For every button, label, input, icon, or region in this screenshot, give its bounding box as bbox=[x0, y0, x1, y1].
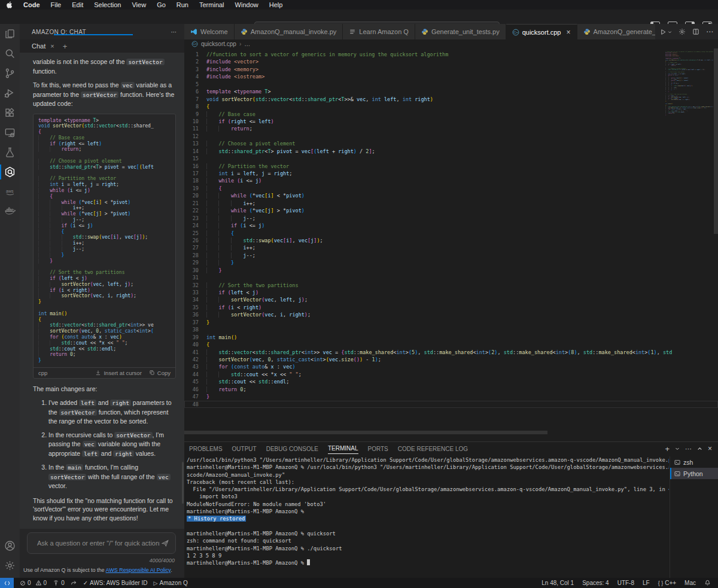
panel-tab-code-reference-log[interactable]: CODE REFERENCE LOG bbox=[398, 444, 468, 454]
activitybar-docker[interactable] bbox=[0, 202, 20, 221]
code-editor[interactable]: 1//function to sort a vector of generics… bbox=[184, 48, 718, 435]
editor-line: 29 } bbox=[184, 259, 718, 266]
editor-line: 39int main() bbox=[184, 334, 718, 341]
terminal-line: 1 2 3 5 8 9 bbox=[187, 552, 669, 559]
chat-tab[interactable]: Chat bbox=[32, 42, 45, 50]
aws-builder-id-status[interactable]: ✓AWS: AWS Builder ID bbox=[83, 580, 148, 586]
editor-tab-generate-unit-tests-py[interactable]: Generate_unit_tests.py bbox=[415, 24, 506, 39]
chat-input-field[interactable] bbox=[36, 539, 161, 547]
ports-status[interactable]: 0 bbox=[53, 580, 65, 586]
activitybar-source-control[interactable] bbox=[0, 63, 20, 83]
editor-line: 40{ bbox=[184, 341, 718, 348]
responsible-ai-policy-link[interactable]: AWS Responsible AI Policy bbox=[106, 567, 171, 573]
editor-line: 31 bbox=[184, 274, 718, 281]
maximize-panel-icon[interactable] bbox=[697, 446, 702, 452]
insert-at-cursor-button[interactable]: Insert at cursor bbox=[95, 370, 141, 376]
editor-line: 6template <typename T> bbox=[184, 88, 718, 95]
indentation-status[interactable]: Spaces: 4 bbox=[582, 580, 609, 586]
send-icon[interactable] bbox=[161, 539, 169, 547]
chat-tab-close-icon[interactable]: × bbox=[50, 42, 54, 50]
os-status[interactable]: Mac bbox=[684, 580, 696, 586]
menu-run[interactable]: Run bbox=[177, 1, 188, 8]
terminal-output[interactable]: /usr/local/bin/python3 "/Users/martinhel… bbox=[187, 456, 669, 578]
menu-selection[interactable]: Selection bbox=[94, 1, 121, 8]
menu-go[interactable]: Go bbox=[157, 1, 166, 8]
editor-horizontal-scrollbar[interactable] bbox=[184, 431, 547, 434]
editor-line: 24 if (i <= j) bbox=[184, 222, 718, 229]
activitybar-amazon-q[interactable] bbox=[0, 162, 20, 182]
chat-input-box[interactable] bbox=[27, 532, 176, 554]
terminal-panel: PROBLEMSOUTPUTDEBUG CONSOLETERMINALPORTS… bbox=[184, 441, 718, 578]
python-icon bbox=[241, 28, 248, 35]
panel-tab-debug-console[interactable]: DEBUG CONSOLE bbox=[266, 444, 318, 454]
activitybar-extensions[interactable] bbox=[0, 103, 20, 123]
close-panel-icon[interactable]: × bbox=[708, 444, 712, 453]
eol-status[interactable]: LF bbox=[643, 580, 650, 586]
remote-indicator[interactable] bbox=[0, 578, 14, 588]
terminal-line: martinheller@Martins-M1-MBP AmazonQ % qu… bbox=[187, 530, 669, 537]
editor-line: 22 while (*vec[j] > *pivot) bbox=[184, 207, 718, 214]
panel-tab-ports[interactable]: PORTS bbox=[368, 444, 388, 454]
problems-status[interactable]: 0 0 bbox=[20, 580, 47, 586]
vscode-window: CodeFileEditSelectionViewGoRunTerminalWi… bbox=[0, 0, 718, 588]
menu-edit[interactable]: Edit bbox=[72, 1, 83, 8]
menu-view[interactable]: View bbox=[132, 1, 146, 8]
activitybar-testing[interactable] bbox=[0, 142, 20, 162]
amazon-q-status[interactable]: ▷Amazon Q bbox=[154, 580, 188, 586]
menu-code[interactable]: Code bbox=[23, 1, 40, 8]
vscode-icon bbox=[190, 28, 197, 35]
terminal-instance-python[interactable]: Python bbox=[670, 468, 718, 479]
gear-icon[interactable] bbox=[679, 28, 686, 35]
run-button[interactable] bbox=[660, 29, 672, 35]
menu-window[interactable]: Window bbox=[235, 1, 258, 8]
copy-button[interactable]: Copy bbox=[149, 370, 171, 376]
editor-tab-quicksort-cpp[interactable]: C+quicksort.cpp× bbox=[506, 24, 577, 39]
editor-more-icon[interactable]: ⋯ bbox=[706, 28, 713, 36]
new-chat-tab-icon[interactable]: + bbox=[63, 42, 68, 51]
menu-help[interactable]: Help bbox=[269, 1, 283, 8]
editor-line: 7void sortVector(std::vector<std::shared… bbox=[184, 96, 718, 103]
editor-line: 23 j--; bbox=[184, 215, 718, 222]
editor-tab-learn-amazon-q[interactable]: Learn Amazon Q bbox=[343, 24, 415, 39]
breadcrumb[interactable]: C+ quicksort.cpp › … bbox=[184, 39, 718, 48]
activitybar-search[interactable] bbox=[0, 44, 20, 63]
menu-file[interactable]: File bbox=[51, 1, 62, 8]
chat-scrollbar[interactable] bbox=[182, 462, 184, 504]
activitybar-settings[interactable] bbox=[0, 556, 20, 575]
activitybar-aws[interactable]: aws bbox=[0, 182, 20, 202]
inline-code: left bbox=[82, 450, 99, 457]
activitybar-remote-explorer[interactable] bbox=[0, 123, 20, 142]
terminal-line: scode/AmazonQ_manual_invoke.py" bbox=[187, 471, 669, 479]
editor-tab-welcome[interactable]: Welcome bbox=[184, 24, 235, 39]
panel-tab-output[interactable]: OUTPUT bbox=[232, 444, 257, 454]
language-status[interactable]: { }C++ bbox=[658, 580, 676, 586]
notifications-bell-icon[interactable] bbox=[704, 580, 711, 586]
editor-tab-amazonq-manual-invoke-py[interactable]: AmazonQ_manual_invoke.py bbox=[235, 24, 343, 39]
editor-group: WelcomeAmazonQ_manual_invoke.pyLearn Ama… bbox=[184, 24, 718, 441]
feedback-icon[interactable] bbox=[71, 580, 77, 586]
chat-message: variable is not in the scope of the sort… bbox=[33, 57, 176, 522]
editor-vertical-scrollbar[interactable] bbox=[714, 48, 718, 234]
editor-line: 8{ bbox=[184, 103, 718, 110]
panel-tab-terminal[interactable]: TERMINAL bbox=[328, 443, 358, 454]
menu-terminal[interactable]: Terminal bbox=[199, 1, 224, 8]
terminal-line: /usr/local/bin/python3 "/Users/martinhel… bbox=[187, 456, 669, 464]
minimap[interactable]: //function to sort a vector of generics … bbox=[665, 51, 713, 135]
terminal-instance-zsh[interactable]: zsh bbox=[670, 456, 718, 468]
char-count: 4000/4000 bbox=[149, 557, 175, 563]
activitybar-explorer[interactable] bbox=[0, 24, 20, 44]
terminal-more-icon[interactable]: ⋯ bbox=[685, 445, 692, 453]
activitybar-accounts[interactable] bbox=[0, 536, 20, 556]
terminal-dropdown-icon[interactable] bbox=[675, 446, 680, 451]
editor-line: 30 } bbox=[184, 267, 718, 274]
tab-close-icon[interactable]: × bbox=[566, 28, 570, 36]
activitybar-run-debug[interactable] bbox=[0, 83, 20, 103]
encoding-status[interactable]: UTF-8 bbox=[617, 580, 634, 586]
new-terminal-icon[interactable]: + bbox=[665, 444, 670, 453]
split-editor-icon[interactable] bbox=[692, 28, 699, 35]
apple-icon[interactable] bbox=[6, 1, 13, 8]
activity-bar: aws bbox=[0, 24, 20, 578]
line-col-status[interactable]: Ln 48, Col 1 bbox=[541, 580, 574, 586]
panel-more-icon[interactable]: ⋯ bbox=[171, 29, 177, 35]
panel-tab-problems[interactable]: PROBLEMS bbox=[189, 444, 223, 454]
